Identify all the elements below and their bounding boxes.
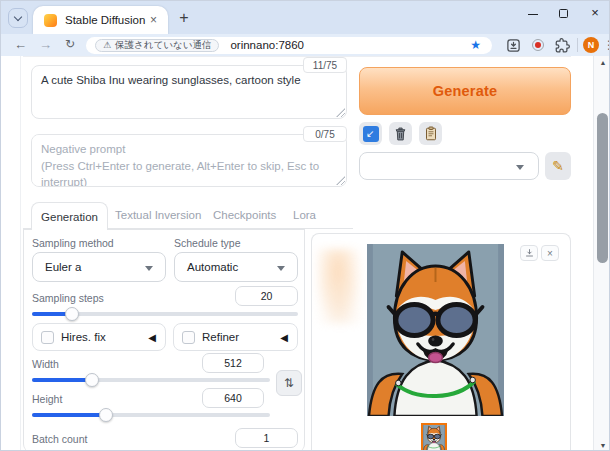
negative-prompt-input[interactable] (31, 134, 347, 187)
paste-generation-params-button[interactable]: ↙ (359, 122, 382, 145)
warning-icon: ⚠ (103, 40, 111, 50)
prompt-token-counter: 11/75 (303, 57, 347, 73)
tool-tabs: Generation Textual Inversion Checkpoints… (23, 202, 353, 229)
page-scrollbar[interactable]: ▲ ▼ (593, 56, 610, 451)
profile-avatar[interactable]: N (583, 37, 599, 53)
stable-diffusion-page: A cute Shiba Inu wearing sunglasses, car… (1, 56, 610, 451)
generated-image[interactable] (367, 244, 504, 416)
security-chip[interactable]: ⚠ 保護されていない通信 (95, 39, 219, 52)
sampling-method-label: Sampling method (32, 237, 114, 249)
download-image-button[interactable] (520, 245, 538, 261)
tab-title: Stable Diffusion (65, 14, 147, 26)
paste-arrow-icon: ↙ (363, 126, 379, 142)
scroll-down-icon[interactable]: ▼ (594, 442, 610, 449)
prompt-input[interactable]: A cute Shiba Inu wearing sunglasses, car… (31, 65, 347, 119)
hires-fix-accordion[interactable]: Hires. fix ◀ (32, 323, 166, 351)
browser-toolbar: ← → ↻ ⚠ 保護されていない通信 orinnano:7860 ★ N ⋮ (1, 34, 610, 56)
security-text: 保護されていない通信 (115, 39, 211, 52)
thumbnail-image (423, 425, 445, 451)
schedule-type-value: Automatic (187, 261, 238, 273)
browser-menu-button[interactable]: ⋮ (603, 34, 610, 56)
tab-lora[interactable]: Lora (293, 202, 316, 229)
sampling-method-value: Euler a (45, 261, 81, 273)
height-input[interactable]: 640 (202, 388, 264, 408)
schedule-type-dropdown[interactable]: Automatic (174, 252, 298, 282)
dropdown-caret-icon (516, 165, 524, 170)
new-tab-button[interactable]: + (173, 6, 195, 30)
window-minimize-button[interactable] (525, 7, 540, 22)
record-button[interactable] (532, 39, 544, 51)
previous-preview-ghost (317, 249, 363, 324)
height-slider[interactable] (32, 407, 270, 423)
batch-count-input[interactable]: 1 (235, 428, 298, 448)
refiner-label: Refiner (202, 331, 280, 343)
clear-prompt-button[interactable] (389, 122, 412, 145)
dropdown-caret-icon (145, 266, 153, 271)
width-label: Width (32, 358, 59, 370)
gallery-thumbnail-selected[interactable] (421, 423, 447, 451)
window-close-button[interactable]: × (587, 4, 603, 22)
download-icon (525, 248, 534, 258)
generate-button[interactable]: Generate (359, 67, 571, 115)
slider-handle[interactable] (65, 307, 79, 321)
downloads-button[interactable] (506, 38, 522, 53)
browser-tabstrip: Stable Diffusion × + × (1, 1, 610, 34)
tab-search-button[interactable] (8, 8, 28, 28)
bookmark-star-icon[interactable]: ★ (470, 38, 481, 53)
hires-fix-checkbox[interactable] (41, 331, 54, 344)
record-dot-icon (535, 42, 541, 48)
width-slider[interactable] (32, 372, 270, 388)
trash-icon (394, 127, 407, 141)
tab-textual-inversion[interactable]: Textual Inversion (115, 202, 201, 229)
scrollbar-thumb[interactable] (597, 113, 608, 263)
batch-count-label: Batch count (32, 433, 87, 445)
height-label: Height (32, 393, 62, 405)
address-bar[interactable]: ⚠ 保護されていない通信 orinnano:7860 ★ (86, 37, 492, 54)
generation-settings-panel: Sampling method Schedule type Euler a Au… (23, 229, 305, 451)
edit-styles-button[interactable]: ✎ (545, 152, 571, 180)
top-divider (23, 56, 571, 57)
sampling-steps-input[interactable]: 20 (235, 286, 298, 306)
tab-checkpoints[interactable]: Checkpoints (213, 202, 276, 229)
accordion-arrow-icon: ◀ (148, 332, 156, 343)
back-button[interactable]: ← (14, 34, 27, 56)
schedule-type-label: Schedule type (174, 237, 241, 249)
hires-fix-label: Hires. fix (61, 331, 148, 343)
close-image-button[interactable]: × (541, 245, 559, 261)
reload-button[interactable]: ↻ (65, 34, 75, 56)
refiner-checkbox[interactable] (182, 331, 195, 344)
refiner-accordion[interactable]: Refiner ◀ (173, 323, 298, 351)
url-text: orinnano:7860 (230, 39, 304, 51)
dropdown-caret-icon (277, 266, 285, 271)
width-input[interactable]: 512 (202, 353, 264, 373)
clipboard-icon (425, 126, 437, 141)
left-gutter-divider (20, 56, 21, 451)
slider-handle[interactable] (85, 373, 99, 387)
output-gallery-panel: × (311, 233, 571, 451)
negative-prompt-token-counter: 0/75 (303, 126, 347, 142)
tab-generation[interactable]: Generation (31, 202, 108, 230)
chevron-down-icon (14, 12, 22, 20)
apply-styles-clipboard-button[interactable] (419, 122, 442, 145)
slider-handle[interactable] (99, 408, 113, 422)
scroll-up-icon[interactable]: ▲ (594, 59, 610, 66)
stable-diffusion-favicon-icon (44, 14, 57, 27)
styles-dropdown[interactable] (359, 152, 539, 180)
accordion-arrow-icon: ◀ (280, 332, 288, 343)
sampling-method-dropdown[interactable]: Euler a (32, 252, 166, 282)
forward-button[interactable]: → (39, 34, 52, 56)
sampling-steps-slider[interactable] (32, 306, 298, 322)
sampling-steps-label: Sampling steps (32, 292, 104, 304)
browser-window: Stable Diffusion × + × ← → ↻ ⚠ 保護されていない通… (0, 0, 610, 451)
toolbar-divider (577, 38, 578, 52)
swap-width-height-button[interactable]: ⇅ (276, 370, 302, 396)
window-maximize-button[interactable] (556, 7, 571, 22)
extensions-button[interactable] (555, 38, 571, 53)
tab-close-icon[interactable]: × (147, 13, 160, 27)
browser-tab-stable-diffusion[interactable]: Stable Diffusion × (33, 6, 168, 34)
